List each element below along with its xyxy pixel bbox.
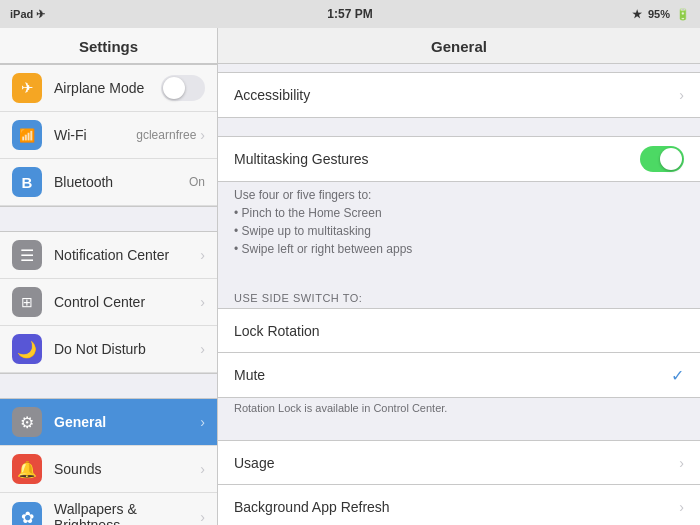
main-layout: Settings ✈ Airplane Mode 📶 Wi-Fi gclearn… <box>0 28 700 525</box>
mute-checkmark: ✓ <box>671 366 684 385</box>
do-not-disturb-label: Do Not Disturb <box>54 341 196 357</box>
battery-icon: 🔋 <box>676 8 690 21</box>
status-left: iPad ✈ <box>10 8 45 21</box>
accessibility-label: Accessibility <box>234 87 679 103</box>
multitasking-group: Multitasking Gestures <box>218 136 700 182</box>
sidebar-item-general[interactable]: ⚙ General › <box>0 399 217 446</box>
sidebar-separator-1 <box>0 207 217 231</box>
background-app-row[interactable]: Background App Refresh › <box>218 485 700 525</box>
multitasking-row[interactable]: Multitasking Gestures <box>218 137 700 181</box>
usage-group: Usage › Background App Refresh › <box>218 440 700 525</box>
wallpapers-label: Wallpapers & Brightness <box>54 501 196 525</box>
mute-row[interactable]: Mute ✓ <box>218 353 700 397</box>
side-switch-group: Lock Rotation Mute ✓ <box>218 308 700 398</box>
mute-label: Mute <box>234 367 671 383</box>
airplane-icon: ✈ <box>12 73 42 103</box>
multitasking-label: Multitasking Gestures <box>234 151 640 167</box>
usage-chevron: › <box>679 455 684 471</box>
notification-center-icon: ☰ <box>12 240 42 270</box>
battery-level: 95% <box>648 8 670 20</box>
sidebar-item-wallpapers[interactable]: ✿ Wallpapers & Brightness › <box>0 493 217 525</box>
dnd-chevron: › <box>200 341 205 357</box>
sounds-icon: 🔔 <box>12 454 42 484</box>
sidebar-item-sounds[interactable]: 🔔 Sounds › <box>0 446 217 493</box>
multitasking-section: Multitasking Gestures Use four or five f… <box>218 136 700 266</box>
accessibility-row[interactable]: Accessibility › <box>218 73 700 117</box>
wallpapers-chevron: › <box>200 509 205 525</box>
sidebar-item-control-center[interactable]: ⊞ Control Center › <box>0 279 217 326</box>
accessibility-section: Accessibility › <box>218 72 700 118</box>
wallpapers-icon: ✿ <box>12 502 42 525</box>
sidebar-group-2: ☰ Notification Center › ⊞ Control Center… <box>0 231 217 374</box>
accessibility-chevron: › <box>679 87 684 103</box>
sidebar-title: Settings <box>0 28 217 64</box>
bluetooth-value: On <box>189 175 205 189</box>
control-center-label: Control Center <box>54 294 196 310</box>
sidebar-item-wifi[interactable]: 📶 Wi-Fi gclearnfree › <box>0 112 217 159</box>
status-bar: iPad ✈ 1:57 PM ★ 95% 🔋 <box>0 0 700 28</box>
status-time: 1:57 PM <box>327 7 372 21</box>
do-not-disturb-icon: 🌙 <box>12 334 42 364</box>
background-app-label: Background App Refresh <box>234 499 679 515</box>
usage-section: Usage › Background App Refresh › <box>218 440 700 525</box>
lock-rotation-row[interactable]: Lock Rotation <box>218 309 700 353</box>
sidebar-item-airplane-mode[interactable]: ✈ Airplane Mode <box>0 65 217 112</box>
side-switch-section: USE SIDE SWITCH TO: Lock Rotation Mute ✓… <box>218 284 700 422</box>
ipad-label: iPad ✈ <box>10 8 45 21</box>
bluetooth-icon: ★ <box>632 8 642 21</box>
wifi-icon: 📶 <box>12 120 42 150</box>
usage-label: Usage <box>234 455 679 471</box>
sounds-chevron: › <box>200 461 205 477</box>
control-center-icon: ⊞ <box>12 287 42 317</box>
sidebar-group-3: ⚙ General › 🔔 Sounds › ✿ Wallpapers & Br… <box>0 398 217 525</box>
side-switch-header: USE SIDE SWITCH TO: <box>218 284 700 308</box>
sidebar: Settings ✈ Airplane Mode 📶 Wi-Fi gclearn… <box>0 28 218 525</box>
accessibility-group: Accessibility › <box>218 72 700 118</box>
control-center-chevron: › <box>200 294 205 310</box>
content-area: General Accessibility › Multitasking Ges… <box>218 28 700 525</box>
wifi-value: gclearnfree <box>136 128 196 142</box>
lock-rotation-label: Lock Rotation <box>234 323 684 339</box>
general-chevron: › <box>200 414 205 430</box>
sidebar-item-notification-center[interactable]: ☰ Notification Center › <box>0 232 217 279</box>
multitasking-toggle[interactable] <box>640 146 684 172</box>
usage-row[interactable]: Usage › <box>218 441 700 485</box>
sounds-label: Sounds <box>54 461 196 477</box>
wifi-label: Wi-Fi <box>54 127 136 143</box>
bluetooth-label: Bluetooth <box>54 174 189 190</box>
airplane-toggle[interactable] <box>161 75 205 101</box>
notification-chevron: › <box>200 247 205 263</box>
wifi-chevron: › <box>200 127 205 143</box>
airplane-label: Airplane Mode <box>54 80 161 96</box>
sidebar-separator-2 <box>0 374 217 398</box>
background-app-chevron: › <box>679 499 684 515</box>
notification-center-label: Notification Center <box>54 247 196 263</box>
sidebar-item-bluetooth[interactable]: B Bluetooth On <box>0 159 217 206</box>
general-label: General <box>54 414 196 430</box>
bluetooth-sidebar-icon: B <box>12 167 42 197</box>
multitasking-description: Use four or five fingers to: • Pinch to … <box>218 182 700 266</box>
content-title: General <box>218 28 700 64</box>
sidebar-group-1: ✈ Airplane Mode 📶 Wi-Fi gclearnfree › B … <box>0 64 217 207</box>
general-icon: ⚙ <box>12 407 42 437</box>
status-right: ★ 95% 🔋 <box>632 8 690 21</box>
sidebar-item-do-not-disturb[interactable]: 🌙 Do Not Disturb › <box>0 326 217 373</box>
side-switch-footer: Rotation Lock is available in Control Ce… <box>218 398 700 422</box>
